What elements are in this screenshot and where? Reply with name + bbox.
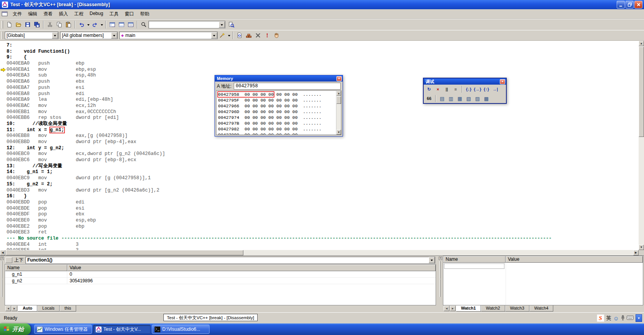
find-combobox[interactable] bbox=[148, 21, 225, 28]
column-header-name[interactable]: Name bbox=[5, 265, 67, 271]
disassembly-line[interactable]: 0040EBDD pop edi bbox=[1, 200, 639, 206]
memory-row[interactable]: 00427966 00 00 00 00 00 00 00 ....... bbox=[218, 103, 339, 109]
mdi-child-icon[interactable] bbox=[2, 11, 8, 17]
taskbar-button[interactable]: D:\VisualStudio6... bbox=[152, 325, 210, 334]
compile-icon[interactable] bbox=[235, 31, 244, 40]
find-combobox-dropdown-icon[interactable] bbox=[219, 22, 225, 28]
break-execution-icon[interactable]: || bbox=[443, 85, 451, 93]
context-combobox[interactable]: Function1() bbox=[25, 257, 435, 264]
disassembly-line[interactable]: 0040EBDF pop ebx bbox=[1, 212, 639, 218]
close-panel-icon[interactable]: × bbox=[0, 257, 4, 260]
tab-scroll-right-icon[interactable]: ▶ bbox=[450, 306, 456, 311]
menu-工具[interactable]: 工具 bbox=[106, 10, 121, 18]
memory-row[interactable]: 00427958 00 00 00 00 00 00 00 ....... bbox=[218, 92, 339, 97]
memory-row[interactable]: 00427982 00 00 00 00 00 00 00 ....... bbox=[218, 126, 339, 132]
watch-window-icon[interactable]: ▤ bbox=[438, 95, 446, 102]
disassembly-line[interactable]: --- No source file ---------------------… bbox=[1, 236, 639, 242]
scroll-right-icon[interactable]: ▶ bbox=[633, 250, 639, 255]
registers-window-icon[interactable]: ▦ bbox=[456, 95, 464, 102]
memory-window-icon[interactable]: ▧ bbox=[464, 95, 473, 102]
disassembly-line[interactable]: 0040EBBD mov dword ptr [ebp-4],eax bbox=[1, 139, 639, 145]
vertical-scrollbar[interactable]: ▲ ▼ bbox=[639, 41, 644, 250]
debug-toolbar-titlebar[interactable]: 调试 × bbox=[424, 78, 506, 85]
minimize-button[interactable] bbox=[617, 1, 625, 8]
panel-gripper[interactable]: × bbox=[438, 256, 443, 312]
build-icon[interactable] bbox=[244, 31, 253, 40]
undo-icon[interactable] bbox=[77, 20, 86, 29]
scroll-up-icon[interactable]: ▲ bbox=[336, 91, 341, 96]
menu-Debug[interactable]: Debug bbox=[87, 10, 106, 18]
wizard-actions-dropdown-icon[interactable] bbox=[227, 31, 231, 40]
disassembly-line[interactable]: 0040EBA0 push ebp bbox=[1, 61, 639, 67]
globals-combobox[interactable]: [Globals] bbox=[5, 32, 58, 39]
column-header-name[interactable]: Name bbox=[443, 256, 506, 263]
disassembly-line[interactable]: 0040EBE4 int 3 bbox=[1, 242, 639, 248]
save-icon[interactable] bbox=[23, 20, 32, 29]
taskbar-button[interactable]: Windows 任务管理器 bbox=[34, 325, 92, 334]
copy-icon[interactable] bbox=[55, 20, 64, 29]
scroll-left-icon[interactable]: ◀ bbox=[0, 250, 5, 255]
close-button[interactable] bbox=[634, 1, 642, 8]
language-badge[interactable]: 英 bbox=[606, 315, 611, 322]
step-out-icon[interactable]: {↑} bbox=[482, 85, 491, 93]
collapse-icon[interactable]: ▼ bbox=[636, 314, 642, 322]
run-to-cursor-icon[interactable]: →| bbox=[491, 85, 499, 93]
redo-dropdown-icon[interactable] bbox=[100, 20, 104, 29]
menu-查看[interactable]: 查看 bbox=[40, 10, 56, 18]
find-icon[interactable] bbox=[139, 20, 148, 29]
horizontal-scrollbar-thumb[interactable] bbox=[6, 250, 243, 255]
paste-icon[interactable] bbox=[64, 20, 73, 29]
stop-debugging-icon[interactable]: × bbox=[434, 85, 442, 93]
menu-工程[interactable]: 工程 bbox=[71, 10, 87, 18]
step-into-icon[interactable]: {↓} bbox=[464, 85, 473, 93]
save-all-icon[interactable] bbox=[32, 20, 42, 29]
start-button[interactable]: 开始 bbox=[0, 323, 31, 335]
taskbar-button[interactable]: Test - 创天中文V... bbox=[93, 325, 151, 334]
memory-scrollbar[interactable]: ▲ ▼ bbox=[336, 91, 341, 135]
scroll-down-icon[interactable]: ▼ bbox=[639, 245, 644, 250]
disassembly-line[interactable]: 0040EBDE pop esi bbox=[1, 206, 639, 212]
disassembly-line[interactable]: 0040EBD3 mov dword ptr [g_n2 (00426a6c)]… bbox=[1, 188, 639, 194]
disassembly-line[interactable]: 0040EBE3 ret bbox=[1, 230, 639, 236]
disassembly-window-icon[interactable]: ▩ bbox=[482, 95, 491, 102]
members-combobox[interactable]: [All global members] bbox=[60, 32, 118, 39]
tab-scroll-left-icon[interactable]: ◀ bbox=[444, 306, 449, 311]
memory-window-titlebar[interactable]: Memory × bbox=[215, 75, 343, 82]
function-combobox[interactable]: ◆ main bbox=[119, 32, 218, 39]
globals-dropdown-icon[interactable] bbox=[52, 32, 58, 38]
tab-locals[interactable]: Locals bbox=[37, 305, 60, 312]
apply-code-changes-icon[interactable]: ≡ bbox=[451, 85, 460, 93]
menu-文件[interactable]: 文件 bbox=[10, 10, 25, 18]
tab-auto[interactable]: Auto bbox=[18, 305, 37, 312]
disassembly-line[interactable]: 0040EBE2 pop ebp bbox=[1, 224, 639, 230]
function-dropdown-icon[interactable] bbox=[211, 32, 217, 38]
window-list-icon[interactable] bbox=[126, 20, 135, 29]
disassembly-line[interactable]: 7: bbox=[1, 43, 639, 49]
menu-插入[interactable]: 插入 bbox=[56, 10, 71, 18]
restart-icon[interactable]: ↻ bbox=[425, 85, 433, 93]
redo-icon[interactable] bbox=[90, 20, 100, 29]
column-header-value[interactable]: Value bbox=[67, 265, 436, 271]
disassembly-line[interactable]: 0040EBA1 mov ebp,esp bbox=[1, 67, 639, 73]
tab-watch3[interactable]: Watch3 bbox=[505, 305, 529, 312]
stop-build-icon[interactable] bbox=[253, 31, 263, 40]
scroll-down-icon[interactable]: ▼ bbox=[336, 130, 341, 135]
open-file-icon[interactable] bbox=[14, 20, 23, 29]
execute-program-icon[interactable]: ! bbox=[263, 31, 272, 40]
toolbar-gripper[interactable] bbox=[2, 32, 3, 39]
variable-row[interactable]: g_n10 bbox=[5, 271, 436, 278]
find-in-files-icon[interactable] bbox=[227, 20, 236, 29]
quick-watch-icon[interactable]: 66 bbox=[425, 95, 433, 102]
memory-close-icon[interactable]: × bbox=[336, 76, 342, 81]
column-header-value[interactable]: Value bbox=[506, 256, 643, 263]
step-over-icon[interactable]: {→} bbox=[473, 85, 482, 93]
horizontal-scrollbar[interactable]: ◀ ▶ bbox=[0, 250, 639, 255]
disassembly-line[interactable]: 0040EBE0 mov esp,ebp bbox=[1, 218, 639, 224]
panel-gripper[interactable]: × bbox=[0, 256, 4, 312]
memory-row[interactable]: 0042797B 00 00 00 00 00 00 00 ....... bbox=[218, 120, 339, 126]
output-window-icon[interactable] bbox=[117, 20, 126, 29]
debug-toolbar-close-icon[interactable]: × bbox=[500, 79, 505, 84]
vertical-scrollbar-thumb[interactable] bbox=[639, 47, 644, 137]
workspace-window-icon[interactable] bbox=[108, 20, 117, 29]
smiley-icon[interactable]: ☺ bbox=[613, 315, 619, 322]
